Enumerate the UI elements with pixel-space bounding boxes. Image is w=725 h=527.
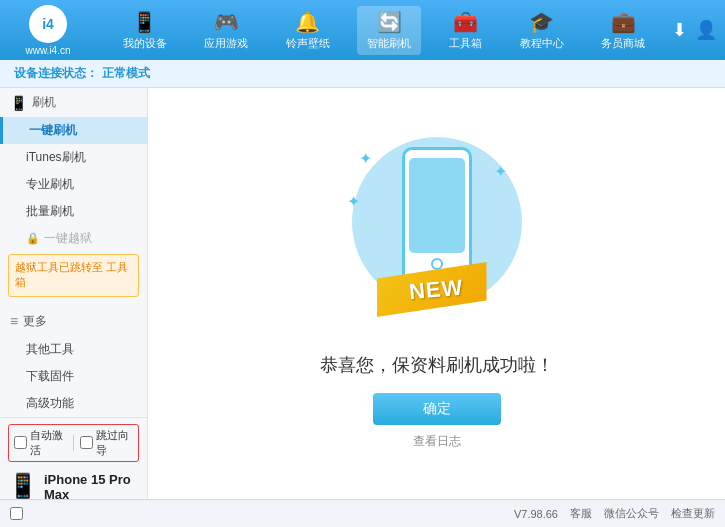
confirm-button[interactable]: 确定: [373, 393, 501, 425]
sidebar-section-more[interactable]: ≡ 更多: [0, 307, 147, 336]
auto-activate-row: 自动激活 跳过向导: [8, 424, 139, 462]
footer-left: [10, 507, 23, 520]
nav-bar: 📱 我的设备 🎮 应用游戏 🔔 铃声壁纸 🔄 智能刷机 🧰 工具箱 🎓 教程中心…: [104, 6, 664, 55]
device-info: 📱 iPhone 15 Pro Max 512GB iPhone: [8, 468, 139, 499]
sidebar-item-other-tools[interactable]: 其他工具: [0, 336, 147, 363]
quick-guide-checkbox[interactable]: [80, 436, 93, 449]
sidebar-notice: 越狱工具已跳转至 工具箱: [8, 254, 139, 297]
sparkle2-icon: ✦: [494, 162, 507, 181]
footer-link-wechat[interactable]: 微信公众号: [604, 506, 659, 521]
apps-icon: 🎮: [214, 10, 239, 34]
content-area: ✦ ✦ ✦ NEW 恭喜您，保资料刷机成功啦！ 确定 查看日志: [148, 88, 725, 499]
sidebar: 📱 刷机 一键刷机 iTunes刷机 专业刷机 批量刷机 🔒 一键越狱 越狱工具…: [0, 88, 148, 499]
phone-screen: [409, 158, 465, 253]
nav-smart-flash-label: 智能刷机: [367, 36, 411, 51]
tutorial-icon: 🎓: [529, 10, 554, 34]
smart-flash-icon: 🔄: [377, 10, 402, 34]
my-device-icon: 📱: [132, 10, 157, 34]
user-button[interactable]: 👤: [695, 19, 717, 41]
more-section-label: 更多: [23, 313, 47, 330]
row-divider: [73, 435, 74, 451]
nav-toolbox[interactable]: 🧰 工具箱: [439, 6, 492, 55]
nav-ringtone-label: 铃声壁纸: [286, 36, 330, 51]
sidebar-item-pro-flash[interactable]: 专业刷机: [0, 171, 147, 198]
logo-subtitle: www.i4.cn: [25, 45, 70, 56]
sidebar-item-jailbreak: 🔒 一键越狱: [0, 225, 147, 252]
footer-link-update[interactable]: 检查更新: [671, 506, 715, 521]
view-log-link[interactable]: 查看日志: [413, 433, 461, 450]
auto-activate-label[interactable]: 自动激活: [14, 428, 67, 458]
success-message: 恭喜您，保资料刷机成功啦！: [320, 353, 554, 377]
sidebar-section-flash[interactable]: 📱 刷机: [0, 88, 147, 117]
sparkle3-icon: ✦: [347, 192, 360, 211]
phone-illustration: ✦ ✦ ✦ NEW: [347, 137, 527, 337]
sidebar-item-batch-flash[interactable]: 批量刷机: [0, 198, 147, 225]
main-layout: 📱 刷机 一键刷机 iTunes刷机 专业刷机 批量刷机 🔒 一键越狱 越狱工具…: [0, 88, 725, 499]
ringtone-icon: 🔔: [295, 10, 320, 34]
device-text: iPhone 15 Pro Max 512GB iPhone: [44, 472, 139, 499]
status-prefix: 设备连接状态：: [14, 65, 98, 82]
download-button[interactable]: ⬇: [672, 19, 687, 41]
version-label: V7.98.66: [514, 508, 558, 520]
device-phone-icon: 📱: [8, 472, 38, 499]
sidebar-item-download-firmware[interactable]: 下载固件: [0, 363, 147, 390]
nav-service-label: 务员商城: [601, 36, 645, 51]
footer-checkbox[interactable]: [10, 507, 23, 520]
nav-ringtone[interactable]: 🔔 铃声壁纸: [276, 6, 340, 55]
nav-smart-flash[interactable]: 🔄 智能刷机: [357, 6, 421, 55]
footer: V7.98.66 客服 微信公众号 检查更新: [0, 499, 725, 527]
auto-activate-checkbox[interactable]: [14, 436, 27, 449]
ribbon-text: NEW: [408, 274, 464, 305]
nav-service[interactable]: 💼 务员商城: [591, 6, 655, 55]
nav-tutorial[interactable]: 🎓 教程中心: [510, 6, 574, 55]
status-value: 正常模式: [102, 65, 150, 82]
more-section-icon: ≡: [10, 313, 18, 329]
sparkle1-icon: ✦: [359, 149, 372, 168]
toolbox-icon: 🧰: [453, 10, 478, 34]
nav-toolbox-label: 工具箱: [449, 36, 482, 51]
nav-my-device[interactable]: 📱 我的设备: [113, 6, 177, 55]
sidebar-item-itunes-flash[interactable]: iTunes刷机: [0, 144, 147, 171]
sidebar-item-advanced[interactable]: 高级功能: [0, 390, 147, 417]
footer-right: V7.98.66 客服 微信公众号 检查更新: [514, 506, 715, 521]
logo[interactable]: i4 www.i4.cn: [8, 5, 88, 56]
nav-my-device-label: 我的设备: [123, 36, 167, 51]
header: i4 www.i4.cn 📱 我的设备 🎮 应用游戏 🔔 铃声壁纸 🔄 智能刷机…: [0, 0, 725, 60]
nav-apps-label: 应用游戏: [204, 36, 248, 51]
phone-home-button: [431, 258, 443, 270]
quick-guide-label[interactable]: 跳过向导: [80, 428, 133, 458]
nav-apps[interactable]: 🎮 应用游戏: [194, 6, 258, 55]
status-bar: 设备连接状态： 正常模式: [0, 60, 725, 88]
flash-section-label: 刷机: [32, 94, 56, 111]
logo-icon: i4: [29, 5, 67, 43]
service-icon: 💼: [611, 10, 636, 34]
device-name: iPhone 15 Pro Max: [44, 472, 139, 499]
sidebar-item-one-key-flash[interactable]: 一键刷机: [0, 117, 147, 144]
footer-link-service[interactable]: 客服: [570, 506, 592, 521]
lock-icon: 🔒: [26, 232, 40, 245]
nav-tutorial-label: 教程中心: [520, 36, 564, 51]
flash-section-icon: 📱: [10, 95, 27, 111]
header-right: ⬇ 👤: [672, 19, 717, 41]
sidebar-bottom: 自动激活 跳过向导 📱 iPhone 15 Pro Max 512GB iPho…: [0, 417, 147, 499]
